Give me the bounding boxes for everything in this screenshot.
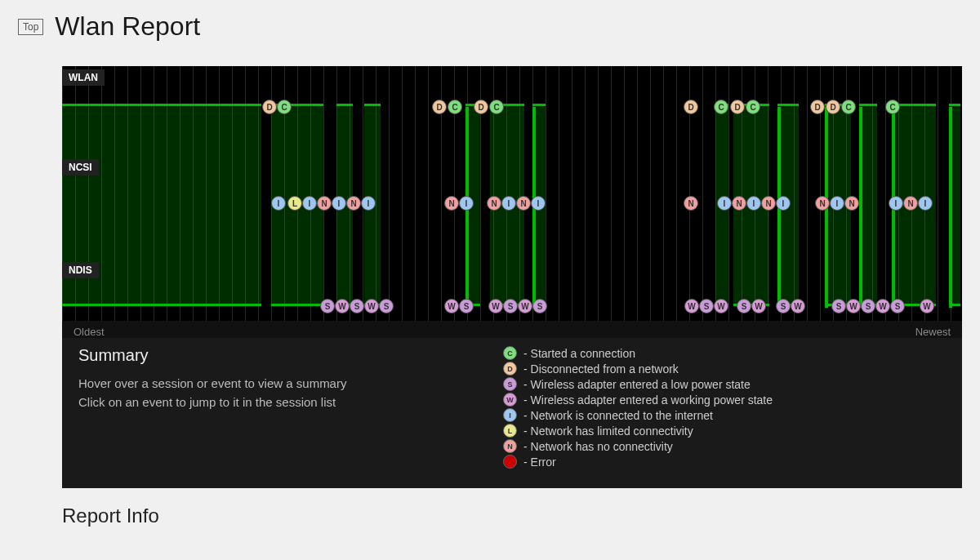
event-marker-D[interactable]: D (684, 100, 698, 114)
legend-dot-L: L (503, 424, 517, 438)
event-marker-N[interactable]: N (815, 196, 830, 211)
event-marker-W[interactable]: W (791, 299, 805, 313)
event-marker-S[interactable]: S (532, 299, 547, 313)
event-marker-S[interactable]: S (737, 299, 751, 313)
legend-text: - Network has limited connectivity (523, 424, 693, 438)
event-marker-S[interactable]: S (861, 299, 875, 313)
event-marker-I[interactable]: I (271, 196, 286, 211)
event-marker-D[interactable]: D (474, 100, 488, 114)
event-marker-D[interactable]: D (262, 100, 277, 114)
event-marker-I[interactable]: I (332, 196, 346, 211)
event-marker-C[interactable]: C (489, 100, 504, 114)
event-marker-I[interactable]: I (302, 196, 317, 211)
summary-area: Summary Hover over a session or event to… (62, 338, 962, 488)
event-marker-N[interactable]: N (487, 196, 501, 211)
event-marker-S[interactable]: S (699, 299, 714, 313)
event-marker-S[interactable]: S (350, 299, 364, 313)
legend-text: - Disconnected from a network (523, 362, 679, 376)
event-marker-N[interactable]: N (844, 196, 859, 211)
row-label-wlan: WLAN (62, 69, 105, 86)
event-marker-W[interactable]: W (335, 299, 350, 313)
event-marker-S[interactable]: S (776, 299, 791, 313)
event-marker-N[interactable]: N (732, 196, 746, 211)
legend-text: - Network has no connectivity (523, 440, 673, 453)
legend-row: C- Started a connection (503, 346, 946, 360)
timeline-chart[interactable]: WLAN NCSI NDIS DCDCDCDCDCDDCCILININININI… (62, 66, 962, 321)
event-marker-W[interactable]: W (518, 299, 532, 313)
legend-dot-S: S (503, 377, 517, 391)
event-marker-C[interactable]: C (277, 100, 292, 114)
legend: C- Started a connectionD- Disconnected f… (503, 346, 946, 470)
summary-hint-1: Hover over a session or event to view a … (78, 375, 470, 393)
event-marker-S[interactable]: S (379, 299, 394, 313)
event-marker-I[interactable]: I (918, 196, 933, 211)
event-marker-W[interactable]: W (920, 299, 934, 313)
legend-row: L- Network has limited connectivity (503, 424, 946, 438)
event-marker-W[interactable]: W (875, 299, 890, 313)
event-marker-N[interactable]: N (346, 196, 361, 211)
event-marker-W[interactable]: W (751, 299, 766, 313)
event-marker-W[interactable]: W (846, 299, 861, 313)
event-marker-N[interactable]: N (516, 196, 531, 211)
session-boundary (949, 107, 952, 308)
event-marker-I[interactable]: I (459, 196, 474, 211)
legend-text: - Error (523, 456, 556, 469)
legend-text: - Wireless adapter entered a working pow… (523, 393, 773, 407)
event-marker-D[interactable]: D (810, 100, 825, 114)
legend-row: D- Disconnected from a network (503, 362, 946, 376)
legend-dot-C: C (503, 346, 517, 360)
page-title: Wlan Report (55, 11, 200, 42)
event-marker-D[interactable]: D (432, 100, 447, 114)
event-marker-I[interactable]: I (501, 196, 516, 211)
axis-oldest: Oldest (74, 326, 105, 338)
axis-newest: Newest (915, 326, 951, 338)
event-marker-W[interactable]: W (488, 299, 503, 313)
event-marker-S[interactable]: S (831, 299, 846, 313)
event-marker-I[interactable]: I (717, 196, 732, 211)
wlan-panel: WLAN NCSI NDIS DCDCDCDCDCDDCCILININININI… (62, 66, 962, 488)
event-marker-N[interactable]: N (444, 196, 459, 211)
event-marker-D[interactable]: D (826, 100, 840, 114)
event-marker-N[interactable]: N (761, 196, 776, 211)
event-marker-I[interactable]: I (889, 196, 903, 211)
event-marker-S[interactable]: S (459, 299, 474, 313)
summary-title: Summary (78, 346, 470, 365)
summary-hint-2: Click on an event to jump to it in the s… (78, 393, 470, 412)
event-marker-C[interactable]: C (746, 100, 760, 114)
event-marker-S[interactable]: S (503, 299, 518, 313)
event-marker-L[interactable]: L (287, 196, 302, 211)
event-marker-C[interactable]: C (714, 100, 728, 114)
legend-text: - Started a connection (523, 347, 635, 360)
legend-dot-W: W (503, 393, 517, 407)
top-button[interactable]: Top (18, 19, 43, 35)
legend-dot-I: I (503, 408, 517, 422)
event-marker-W[interactable]: W (684, 299, 699, 313)
event-marker-N[interactable]: N (684, 196, 698, 211)
event-marker-I[interactable]: I (531, 196, 546, 211)
event-marker-C[interactable]: C (448, 100, 462, 114)
legend-dot-D: D (503, 362, 517, 376)
event-marker-D[interactable]: D (730, 100, 745, 114)
event-marker-W[interactable]: W (364, 299, 379, 313)
section-report-info: Report Info (62, 504, 962, 527)
event-marker-C[interactable]: C (841, 100, 856, 114)
axis-labels: Oldest Newest (62, 321, 962, 338)
event-marker-I[interactable]: I (776, 196, 791, 211)
session-boundary (859, 107, 862, 308)
event-marker-I[interactable]: I (830, 196, 844, 211)
event-marker-I[interactable]: I (361, 196, 376, 211)
event-marker-I[interactable]: I (746, 196, 761, 211)
event-marker-W[interactable]: W (444, 299, 459, 313)
row-label-ndis: NDIS (62, 262, 99, 278)
event-marker-S[interactable]: S (320, 299, 335, 313)
event-marker-C[interactable]: C (885, 100, 900, 114)
page-header: Top Wlan Report (0, 0, 980, 48)
event-marker-N[interactable]: N (903, 196, 918, 211)
legend-dot-error (503, 455, 517, 469)
event-marker-N[interactable]: N (317, 196, 332, 211)
row-label-ncsi: NCSI (62, 159, 99, 176)
event-marker-S[interactable]: S (890, 299, 905, 313)
legend-row: I- Network is connected to the internet (503, 408, 946, 422)
legend-row: N- Network has no connectivity (503, 439, 946, 453)
event-marker-W[interactable]: W (714, 299, 728, 313)
